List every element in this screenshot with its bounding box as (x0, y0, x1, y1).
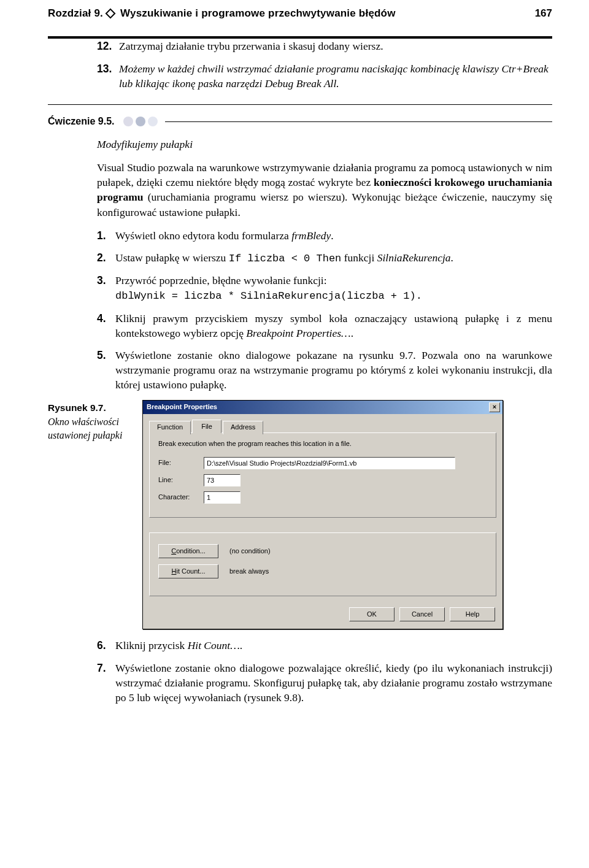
difficulty-dot-icon (123, 117, 133, 126)
hit-count-text: break always (229, 567, 269, 576)
step-item: 7.Wyświetlone zostanie okno dialogowe po… (97, 661, 552, 705)
step-item: 4.Kliknij prawym przyciskiem myszy symbo… (97, 311, 552, 340)
dialog-footer: OK Cancel Help (143, 602, 502, 629)
step-number: 2. (97, 250, 115, 266)
list-number: 13. (97, 61, 119, 91)
figure-label: Rysunek 9.7. (48, 401, 126, 414)
difficulty-dot-icon (148, 117, 158, 126)
step-number: 6. (97, 638, 115, 653)
chapter-prefix: Rozdział 9. (48, 6, 103, 20)
exercise-subtitle: Modyfikujemy pułapki (97, 137, 552, 152)
dialog-title: Breakpoint Properties (147, 402, 217, 412)
step-item: 1.Wyświetl okno edytora kodu formularza … (97, 228, 552, 243)
panel-description: Break execution when the program reaches… (158, 439, 487, 448)
step-number: 7. (97, 661, 115, 705)
step-item: 2.Ustaw pułapkę w wierszu If liczba < 0 … (97, 250, 552, 266)
character-label: Character: (158, 493, 198, 502)
page-number: 167 (523, 6, 552, 20)
step-text: Wyświetlone zostanie okno dialogowe poka… (115, 348, 552, 392)
figure-description: Okno właściwości ustawionej pułapki (48, 417, 122, 440)
figure-block: Rysunek 9.7. Okno właściwości ustawionej… (48, 400, 552, 630)
intro-paragraph: Visual Studio pozwala na warunkowe wstrz… (97, 160, 552, 220)
tab-address[interactable]: Address (223, 421, 263, 434)
condition-panel: Condition... (no condition) Hit Count...… (149, 532, 496, 596)
list-text: Zatrzymaj działanie trybu przerwania i s… (119, 39, 552, 53)
steps-list: 1.Wyświetl okno edytora kodu formularza … (97, 228, 552, 393)
intro-ordered-list: 12.Zatrzymaj działanie trybu przerwania … (97, 39, 552, 90)
difficulty-dot-icon (136, 117, 145, 126)
difficulty-icons (123, 117, 158, 126)
character-field[interactable]: 1 (204, 491, 241, 504)
diamond-icon (106, 8, 116, 18)
step-number: 3. (97, 273, 115, 304)
step-number: 5. (97, 348, 115, 392)
line-field[interactable]: 73 (204, 474, 241, 486)
exercise-heading: Ćwiczenie 9.5. (48, 115, 552, 128)
close-icon[interactable]: × (489, 402, 500, 412)
step-text: Wyświetl okno edytora kodu formularza fr… (115, 228, 552, 243)
help-button[interactable]: Help (450, 607, 495, 621)
step-item: 3.Przywróć poprzednie, błędne wywołanie … (97, 273, 552, 304)
steps-list-continued: 6.Kliknij przycisk Hit Count….7.Wyświetl… (97, 638, 552, 705)
chapter-title: Wyszukiwanie i programowe przechwytywani… (120, 6, 396, 20)
file-label: File: (158, 458, 198, 467)
condition-button[interactable]: Condition... (158, 544, 218, 558)
step-number: 1. (97, 228, 115, 243)
step-text: Kliknij przycisk Hit Count…. (115, 638, 552, 653)
page-header: Rozdział 9. Wyszukiwanie i programowe pr… (48, 0, 552, 39)
chapter-heading: Rozdział 9. Wyszukiwanie i programowe pr… (48, 6, 396, 20)
exercise-label: Ćwiczenie 9.5. (48, 115, 115, 128)
list-text: Możemy w każdej chwili wstrzymać działan… (119, 61, 552, 91)
step-text: Kliknij prawym przyciskiem myszy symbol … (115, 311, 552, 340)
step-text: Przywróć poprzednie, błędne wywołanie fu… (115, 273, 552, 304)
tab-panel: Break execution when the program reaches… (149, 432, 496, 518)
condition-text: (no condition) (229, 547, 271, 556)
hit-count-button[interactable]: Hit Count... (158, 564, 218, 578)
tab-file[interactable]: File (192, 420, 221, 433)
exercise-rule (165, 121, 553, 122)
step-number: 4. (97, 311, 115, 340)
ok-button[interactable]: OK (349, 607, 395, 621)
list-number: 12. (97, 39, 119, 53)
file-field[interactable]: D:\szel\Visual Studio Projects\Rozdzial9… (204, 457, 455, 469)
line-label: Line: (158, 475, 198, 485)
dialog-titlebar[interactable]: Breakpoint Properties × (143, 401, 502, 414)
cancel-button[interactable]: Cancel (399, 607, 445, 621)
divider-rule (48, 104, 552, 105)
step-text: Ustaw pułapkę w wierszu If liczba < 0 Th… (115, 250, 552, 266)
intro-list-item: 12.Zatrzymaj działanie trybu przerwania … (97, 39, 552, 53)
step-item: 5.Wyświetlone zostanie okno dialogowe po… (97, 348, 552, 392)
step-text: Wyświetlone zostanie okno dialogowe pozw… (115, 661, 552, 705)
intro-list-item: 13.Możemy w każdej chwili wstrzymać dzia… (97, 61, 552, 91)
figure-caption: Rysunek 9.7. Okno właściwości ustawionej… (48, 400, 126, 630)
tab-function[interactable]: Function (149, 421, 191, 434)
breakpoint-properties-dialog: Breakpoint Properties × Function File Ad… (142, 400, 503, 630)
step-item: 6.Kliknij przycisk Hit Count…. (97, 638, 552, 653)
dialog-tabs: Function File Address (149, 419, 502, 432)
